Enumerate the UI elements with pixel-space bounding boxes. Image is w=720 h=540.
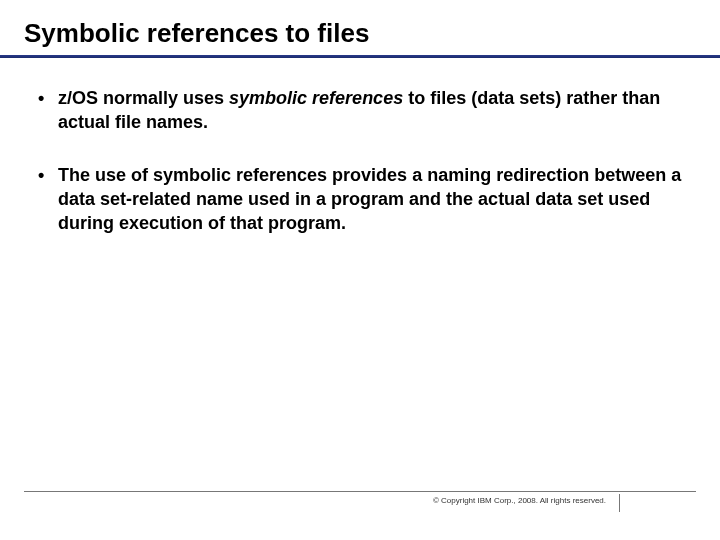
list-item: z/OS normally uses symbolic references t…	[32, 86, 688, 135]
bullet-text-pre: The use of symbolic references provides …	[58, 165, 681, 234]
slide: Symbolic references to files z/OS normal…	[0, 0, 720, 540]
list-item: The use of symbolic references provides …	[32, 163, 688, 236]
footer-row: © Copyright IBM Corp., 2008. All rights …	[24, 496, 696, 512]
bullet-list: z/OS normally uses symbolic references t…	[32, 86, 688, 235]
footer-divider	[619, 494, 620, 512]
bullet-text-em: symbolic references	[229, 88, 403, 108]
slide-content: z/OS normally uses symbolic references t…	[24, 58, 696, 235]
slide-footer: © Copyright IBM Corp., 2008. All rights …	[24, 491, 696, 512]
footer-rule	[24, 491, 696, 492]
slide-title: Symbolic references to files	[24, 18, 696, 49]
bullet-text-pre: z/OS normally uses	[58, 88, 229, 108]
copyright-text: © Copyright IBM Corp., 2008. All rights …	[433, 496, 606, 505]
